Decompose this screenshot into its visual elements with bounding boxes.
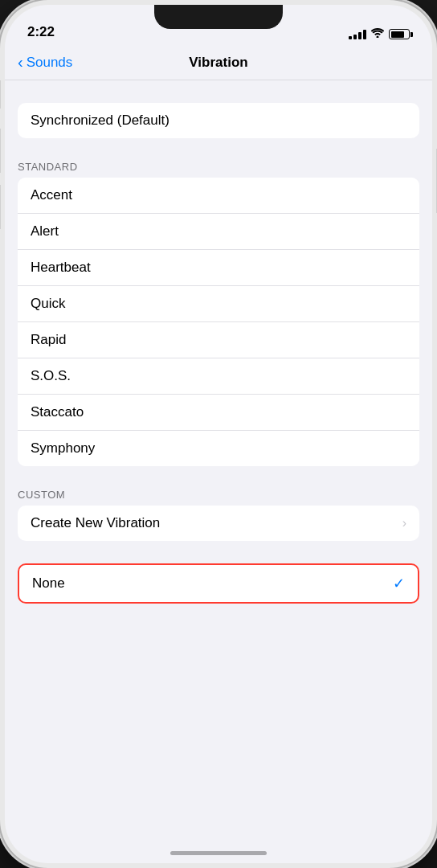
home-indicator[interactable] bbox=[170, 851, 267, 855]
page-title: Vibration bbox=[189, 55, 247, 71]
standard-section-label: STANDARD bbox=[5, 161, 432, 178]
none-label: None bbox=[32, 575, 65, 592]
nav-bar: ‹ Sounds Vibration bbox=[5, 45, 432, 80]
checkmark-icon: ✓ bbox=[393, 575, 405, 592]
gap-none bbox=[5, 541, 432, 563]
synchronized-default-item[interactable]: Synchronized (Default) bbox=[18, 103, 419, 138]
status-time: 2:22 bbox=[27, 24, 55, 40]
phone-screen: 2:22 bbox=[5, 5, 432, 863]
custom-section-group: Create New Vibration › bbox=[18, 506, 419, 541]
none-section-group: None ✓ bbox=[18, 563, 419, 604]
back-chevron-icon: ‹ bbox=[18, 54, 23, 70]
chevron-right-icon: › bbox=[402, 516, 406, 530]
create-new-label: Create New Vibration bbox=[31, 515, 160, 531]
item-label: Staccato bbox=[31, 404, 84, 420]
wifi-icon bbox=[371, 28, 384, 40]
silent-switch[interactable] bbox=[0, 80, 1, 108]
list-item[interactable]: Accent bbox=[18, 178, 419, 214]
volume-down-button[interactable] bbox=[0, 185, 1, 229]
list-item[interactable]: S.O.S. bbox=[18, 358, 419, 395]
list-item[interactable]: Alert bbox=[18, 214, 419, 250]
phone-frame: 2:22 bbox=[0, 0, 437, 868]
list-item[interactable]: Rapid bbox=[18, 322, 419, 358]
volume-up-button[interactable] bbox=[0, 129, 1, 173]
item-label: Symphony bbox=[31, 440, 95, 457]
item-label: Accent bbox=[31, 187, 72, 203]
item-label: S.O.S. bbox=[31, 368, 71, 384]
list-item[interactable]: Staccato bbox=[18, 395, 419, 431]
item-label: Alert bbox=[31, 223, 59, 240]
signal-icon bbox=[349, 30, 366, 39]
back-button[interactable]: ‹ Sounds bbox=[18, 55, 72, 71]
status-icons bbox=[349, 28, 410, 40]
none-item[interactable]: None ✓ bbox=[18, 563, 419, 604]
standard-section-group: Accent Alert Heartbeat Quick Rapid S.O.S… bbox=[18, 178, 419, 466]
gap-standard bbox=[5, 138, 432, 161]
gap-top bbox=[5, 80, 432, 103]
custom-section-label: CUSTOM bbox=[5, 489, 432, 506]
item-label: Rapid bbox=[31, 332, 66, 348]
default-section-group: Synchronized (Default) bbox=[18, 103, 419, 138]
back-label: Sounds bbox=[27, 55, 73, 71]
notch bbox=[154, 5, 283, 29]
item-label: Heartbeat bbox=[31, 260, 91, 276]
screen-content: Synchronized (Default) STANDARD Accent A… bbox=[5, 80, 432, 847]
list-item[interactable]: Heartbeat bbox=[18, 250, 419, 286]
item-label: Quick bbox=[31, 296, 65, 312]
battery-icon bbox=[389, 29, 410, 39]
list-item[interactable]: Quick bbox=[18, 286, 419, 322]
list-item[interactable]: Symphony bbox=[18, 431, 419, 466]
create-new-vibration-item[interactable]: Create New Vibration › bbox=[18, 506, 419, 541]
synchronized-label: Synchronized (Default) bbox=[31, 113, 169, 129]
gap-custom bbox=[5, 466, 432, 489]
bottom-padding bbox=[5, 604, 432, 644]
